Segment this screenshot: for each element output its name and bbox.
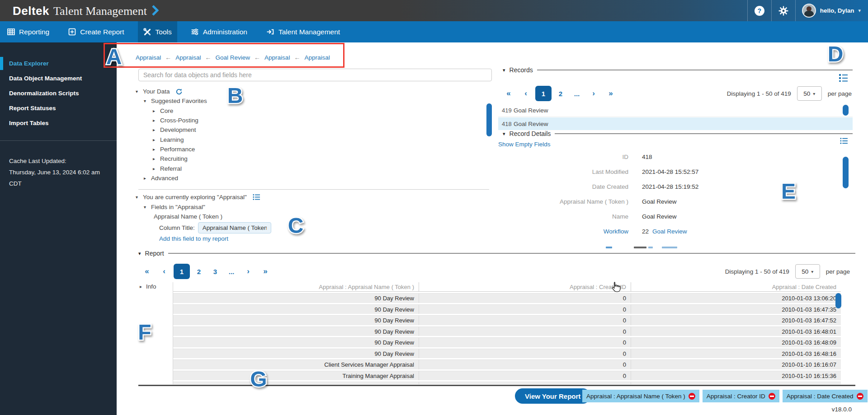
- tab-talent-management[interactable]: Talent Management: [261, 21, 345, 42]
- next-page-button[interactable]: ›: [585, 89, 602, 98]
- user-menu[interactable]: hello, Dylan ▾: [796, 4, 868, 18]
- breadcrumb-item[interactable]: Goal Review: [216, 54, 250, 61]
- next-page-button[interactable]: ›: [240, 267, 257, 276]
- sidebar-item-denormalization-scripts[interactable]: Denormalization Scripts: [0, 86, 117, 101]
- view-your-report-button[interactable]: View Your Report: [515, 388, 590, 404]
- breadcrumb-item[interactable]: Appraisal: [136, 54, 161, 61]
- help-button[interactable]: ?: [748, 0, 771, 21]
- settings-button[interactable]: [772, 0, 795, 21]
- table-row[interactable]: 90 Day Review 0 2010-01-03 16:47:52: [173, 315, 841, 325]
- page-button-active[interactable]: 1: [174, 264, 190, 279]
- show-empty-fields-link[interactable]: Show Empty Fields: [498, 141, 551, 148]
- list-icon[interactable]: [840, 137, 848, 146]
- refresh-icon[interactable]: [175, 88, 183, 95]
- tab-tools[interactable]: Tools: [138, 21, 177, 42]
- page-button[interactable]: 3: [207, 268, 223, 275]
- user-greeting: hello, Dylan: [820, 7, 854, 14]
- column-title-input[interactable]: [198, 222, 271, 233]
- last-page-button[interactable]: »: [257, 267, 274, 276]
- first-page-button[interactable]: «: [138, 267, 156, 276]
- table-row-clipped[interactable]: 0: [173, 382, 841, 384]
- table-row[interactable]: 90 Day Review 0 2010-01-03 13:06:20: [173, 293, 841, 303]
- cell: 2010-01-10 16:16:07: [631, 360, 841, 369]
- chevron-expanded-icon[interactable]: ▾: [138, 251, 141, 256]
- table-row[interactable]: 90 Day Review 0 2010-01-03 16:48:01: [173, 326, 841, 336]
- table-row[interactable]: 90 Day Review 0 2010-01-03 16:48:09: [173, 337, 841, 347]
- list-icon[interactable]: [253, 194, 260, 201]
- per-page-select[interactable]: 50 ▾: [795, 264, 820, 279]
- tree-item-learning[interactable]: ▸ Learning: [153, 135, 207, 144]
- breadcrumb-item[interactable]: Appraisal: [264, 54, 290, 61]
- search-input[interactable]: [138, 69, 492, 81]
- table-scrollbar[interactable]: [835, 293, 841, 308]
- detail-row-appraisal-name: Appraisal Name ( Token ) Goal Review: [498, 196, 815, 206]
- sidebar: Data Explorer Data Object Management Den…: [0, 42, 117, 415]
- column-header[interactable]: Appraisal : Date Created: [631, 282, 841, 291]
- per-page-select[interactable]: 50 ▾: [797, 86, 822, 101]
- page-button[interactable]: 2: [552, 90, 569, 98]
- chevron-expanded-icon: ▾: [144, 98, 151, 103]
- info-label: Info: [146, 283, 156, 290]
- table-row[interactable]: Client Services Manager Appraisal 0 2010…: [173, 359, 841, 369]
- sidebar-item-data-explorer[interactable]: Data Explorer: [0, 56, 117, 71]
- field-chip[interactable]: Appraisal : Date Created: [783, 390, 868, 402]
- report-section-header: ▾ Report: [138, 250, 855, 257]
- tab-reporting[interactable]: Reporting: [2, 21, 55, 42]
- table-row[interactable]: 90 Day Review 0 2010-01-03 16:48:16: [173, 349, 841, 359]
- tree-scrollbar[interactable]: [486, 103, 492, 136]
- remove-field-icon[interactable]: [769, 393, 775, 400]
- tree-item-your-data[interactable]: ▾ Your Data: [136, 87, 207, 96]
- numbered-list-icon[interactable]: [839, 74, 848, 84]
- table-row[interactable]: 90 Day Review 0 2010-01-03 16:47:35: [173, 304, 841, 314]
- tree-item-referral[interactable]: ▸ Referral: [153, 163, 207, 173]
- page-button-active[interactable]: 1: [535, 86, 552, 101]
- tree-item-performance[interactable]: ▸ Performance: [153, 145, 207, 154]
- info-toggle[interactable]: ▸ Info: [140, 283, 156, 290]
- record-list-item[interactable]: 419 Goal Review: [498, 104, 853, 117]
- tab-administration[interactable]: Administration: [185, 21, 253, 42]
- avatar: [802, 4, 816, 18]
- detail-label-link[interactable]: Workflow: [498, 228, 628, 235]
- tree-item-cross-posting[interactable]: ▸ Cross-Posting: [153, 116, 207, 125]
- tab-create-report[interactable]: Create Report: [63, 21, 129, 42]
- tree-item-advanced[interactable]: ▸ Advanced: [144, 173, 207, 183]
- field-item[interactable]: Appraisal Name ( Token ): [154, 212, 260, 222]
- breadcrumb-item[interactable]: Appraisal: [175, 54, 201, 61]
- tools-icon: [143, 28, 151, 36]
- page-button[interactable]: 2: [191, 268, 207, 275]
- field-chip[interactable]: Appraisal : Appraisal Name ( Token ): [582, 390, 699, 402]
- prev-page-button[interactable]: ‹: [156, 267, 173, 276]
- chevron-expanded-icon: ▾: [136, 195, 143, 200]
- chevron-expanded-icon[interactable]: ▾: [503, 67, 505, 73]
- remove-field-icon[interactable]: [689, 393, 695, 400]
- column-header[interactable]: Appraisal : Appraisal Name ( Token ): [173, 282, 419, 291]
- records-section-header: ▾ Records: [503, 66, 853, 74]
- tab-label: Reporting: [19, 28, 49, 36]
- sidebar-item-import-tables[interactable]: Import Tables: [0, 116, 117, 131]
- detail-value-link[interactable]: Goal Review: [652, 228, 687, 235]
- records-scrollbar[interactable]: [843, 105, 849, 116]
- chevron-expanded-icon[interactable]: ▾: [503, 131, 505, 137]
- exploring-header[interactable]: ▾ You are currently exploring "Appraisal…: [136, 192, 260, 202]
- last-page-button[interactable]: »: [602, 89, 619, 98]
- record-details-scrollbar[interactable]: [843, 157, 849, 188]
- fields-header[interactable]: ▾ Fields in "Appraisal": [144, 202, 260, 212]
- cell: [173, 382, 419, 384]
- first-page-button[interactable]: «: [500, 89, 517, 98]
- record-list-item-selected[interactable]: 418 Goal Review: [498, 117, 853, 130]
- sidebar-item-report-statuses[interactable]: Report Statuses: [0, 101, 117, 116]
- sidebar-item-data-object-management[interactable]: Data Object Management: [0, 71, 117, 86]
- table-row[interactable]: Training Manager Appraisal 0 2010-01-10 …: [173, 371, 841, 381]
- sliders-icon: [191, 28, 199, 36]
- prev-page-button[interactable]: ‹: [517, 89, 534, 98]
- tree-item-recruiting[interactable]: ▸ Recruiting: [153, 154, 207, 163]
- deltek-chevron-icon: [151, 5, 159, 16]
- add-field-link[interactable]: Add this field to my report: [159, 235, 228, 242]
- tree-item-development[interactable]: ▸ Development: [153, 125, 207, 135]
- field-chip[interactable]: Appraisal : Creator ID: [703, 390, 779, 402]
- breadcrumb-item[interactable]: Appraisal: [304, 54, 330, 61]
- tree-item-suggested-favorites[interactable]: ▾ Suggested Favorites: [144, 96, 207, 106]
- tree-item-core[interactable]: ▸ Core: [153, 106, 207, 116]
- column-header[interactable]: Appraisal : Creator ID: [419, 282, 631, 291]
- remove-field-icon[interactable]: [857, 393, 863, 400]
